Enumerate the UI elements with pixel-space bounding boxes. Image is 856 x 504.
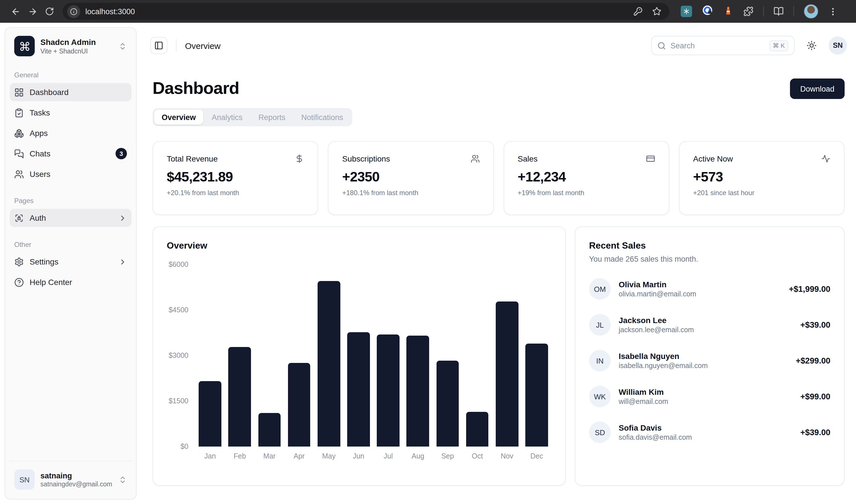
avatar: SD	[589, 421, 611, 443]
browser-toolbar: localhost:3000	[0, 0, 856, 23]
dashboard-tabs: Overview Analytics Reports Notifications	[153, 108, 352, 126]
extensions-puzzle-icon[interactable]	[743, 6, 754, 17]
tab-reports[interactable]: Reports	[251, 110, 293, 125]
x-tick-oct: Oct	[462, 452, 492, 460]
list-item: JL Jackson Lee jackson.lee@email.com +$3…	[589, 314, 831, 336]
layout-grid-icon	[14, 87, 24, 97]
sidebar-item-settings[interactable]: Settings	[10, 253, 132, 271]
app-root: Shadcn Admin Vite + ShadcnUI General Das…	[0, 23, 856, 504]
sun-icon	[806, 40, 817, 51]
browser-menu-button[interactable]	[828, 6, 838, 16]
browser-back-button[interactable]	[7, 3, 24, 20]
x-tick-mar: Mar	[255, 452, 284, 460]
url-text: localhost:3000	[85, 7, 135, 16]
recent-sales-list: OM Olivia Martin olivia.martin@email.com…	[589, 278, 831, 443]
stat-value: +12,234	[518, 169, 655, 185]
sidebar-item-chats[interactable]: Chats 3	[10, 144, 132, 163]
bar-slot	[373, 265, 403, 447]
stat-title: Subscriptions	[342, 154, 390, 163]
user-menu[interactable]: SN satnaing satnaingdev@gmail.com	[10, 465, 132, 494]
y-tick: $1500	[169, 397, 188, 405]
sale-email: jackson.lee@email.com	[619, 326, 694, 334]
browser-profile-avatar[interactable]	[804, 4, 818, 19]
toolbar-divider	[763, 6, 764, 17]
chart-title: Overview	[167, 241, 552, 251]
chevrons-up-down-icon	[118, 42, 127, 50]
extension-teal-icon[interactable]	[681, 6, 692, 17]
section-label-general: General	[14, 71, 127, 79]
tab-overview[interactable]: Overview	[154, 110, 203, 125]
sidebar-item-help-center[interactable]: Help Center	[10, 273, 132, 291]
x-tick-jan: Jan	[195, 452, 225, 460]
download-button[interactable]: Download	[790, 78, 845, 99]
stat-change: +201 since last hour	[693, 189, 831, 197]
bookmark-star-icon[interactable]	[652, 7, 661, 16]
sidebar-toggle-button[interactable]	[150, 37, 167, 54]
app-logo	[14, 36, 35, 56]
x-tick-nov: Nov	[492, 452, 522, 460]
bar-chart-bars	[195, 265, 552, 447]
sidebar-item-label: Dashboard	[30, 88, 69, 97]
search-shortcut-kbd: ⌘ K	[769, 40, 788, 51]
x-tick-may: May	[314, 452, 344, 460]
sidebar-item-tasks[interactable]: Tasks	[10, 104, 132, 122]
arrow-right-icon	[28, 6, 37, 16]
bar-dec	[525, 344, 548, 447]
credit-card-icon	[646, 154, 655, 163]
extension-lighthouse-icon[interactable]	[723, 5, 734, 18]
tab-analytics[interactable]: Analytics	[204, 110, 250, 125]
chevron-right-icon	[118, 214, 127, 222]
search-input[interactable]	[670, 41, 765, 50]
bar-mar	[258, 413, 281, 447]
stat-change: +180.1% from last month	[342, 189, 480, 197]
bar-apr	[288, 363, 311, 447]
workspace-switcher[interactable]: Shadcn Admin Vite + ShadcnUI	[10, 32, 132, 60]
x-tick-apr: Apr	[284, 452, 314, 460]
tab-notifications[interactable]: Notifications	[294, 110, 351, 125]
password-manager-icon	[702, 4, 713, 16]
search-box[interactable]: ⌘ K	[651, 36, 794, 55]
sidebar-item-dashboard[interactable]: Dashboard	[10, 83, 132, 101]
sidebar-item-label: Tasks	[30, 108, 50, 117]
activity-icon	[821, 154, 831, 163]
bar-slot	[225, 265, 255, 447]
sidebar-item-users[interactable]: Users	[10, 165, 132, 183]
bar-slot	[433, 265, 462, 447]
stat-value: +2350	[342, 169, 480, 185]
reading-list-icon[interactable]	[773, 6, 784, 17]
stat-value: +573	[693, 169, 831, 185]
sidebar: Shadcn Admin Vite + ShadcnUI General Das…	[4, 27, 137, 500]
extension-1password-icon[interactable]	[702, 4, 713, 18]
sale-email: olivia.martin@email.com	[619, 290, 696, 298]
sale-amount: +$39.00	[800, 428, 831, 437]
address-bar[interactable]: localhost:3000	[63, 3, 669, 20]
command-icon	[19, 41, 30, 52]
gear-icon	[14, 257, 24, 267]
sidebar-item-apps[interactable]: Apps	[10, 124, 132, 142]
site-info-icon[interactable]	[67, 5, 80, 18]
sidebar-item-auth[interactable]: Auth	[10, 209, 132, 227]
y-tick: $3000	[169, 352, 188, 360]
header-divider	[176, 39, 176, 52]
recent-sales-subtitle: You made 265 sales this month.	[589, 255, 831, 263]
overview-chart-card: Overview $6000$4500$3000$1500$0 JanFebMa…	[153, 227, 566, 486]
profile-avatar[interactable]: SN	[829, 36, 847, 55]
list-item: SD Sofia Davis sofia.davis@email.com +$3…	[589, 421, 831, 443]
sidebar-item-label: Apps	[30, 129, 48, 138]
recent-sales-title: Recent Sales	[589, 241, 831, 251]
stat-card-sales: Sales +12,234 +19% from last month	[503, 141, 669, 215]
app-name: Shadcn Admin	[40, 38, 96, 48]
list-item: OM Olivia Martin olivia.martin@email.com…	[589, 278, 831, 300]
bar-jun	[347, 332, 370, 447]
avatar: IN	[589, 350, 611, 372]
browser-reload-button[interactable]	[41, 3, 58, 20]
sidebar-item-label: Auth	[30, 213, 46, 222]
theme-toggle-button[interactable]	[803, 36, 821, 55]
recent-sales-card: Recent Sales You made 265 sales this mon…	[575, 227, 845, 486]
page-title: Dashboard	[153, 78, 239, 98]
browser-forward-button[interactable]	[24, 3, 41, 20]
section-label-other: Other	[14, 241, 127, 249]
user-name: satnaing	[40, 472, 112, 480]
bar-chart: $6000$4500$3000$1500$0 JanFebMarAprMayJu…	[167, 265, 552, 460]
password-key-icon[interactable]	[633, 7, 643, 16]
